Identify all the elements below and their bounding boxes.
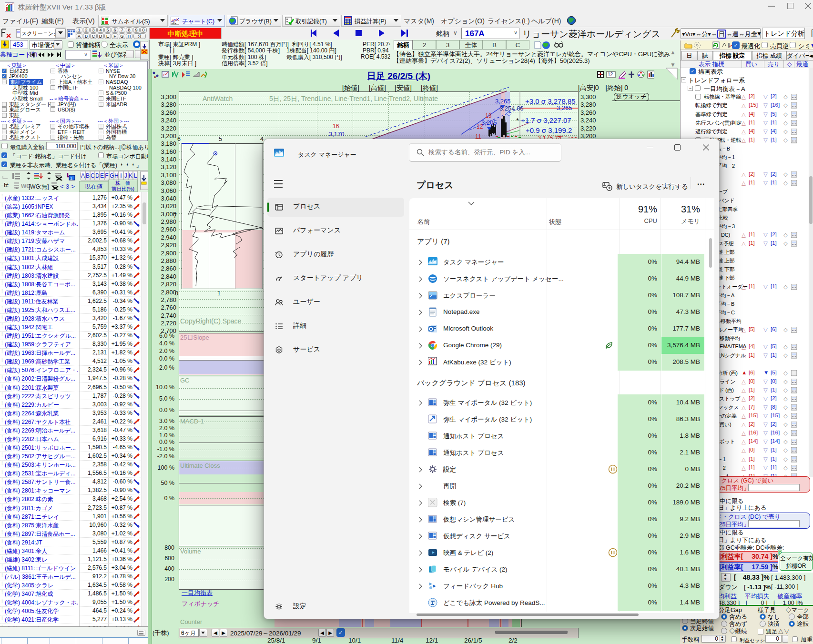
svg-text:1: 1 [70, 176, 72, 181]
